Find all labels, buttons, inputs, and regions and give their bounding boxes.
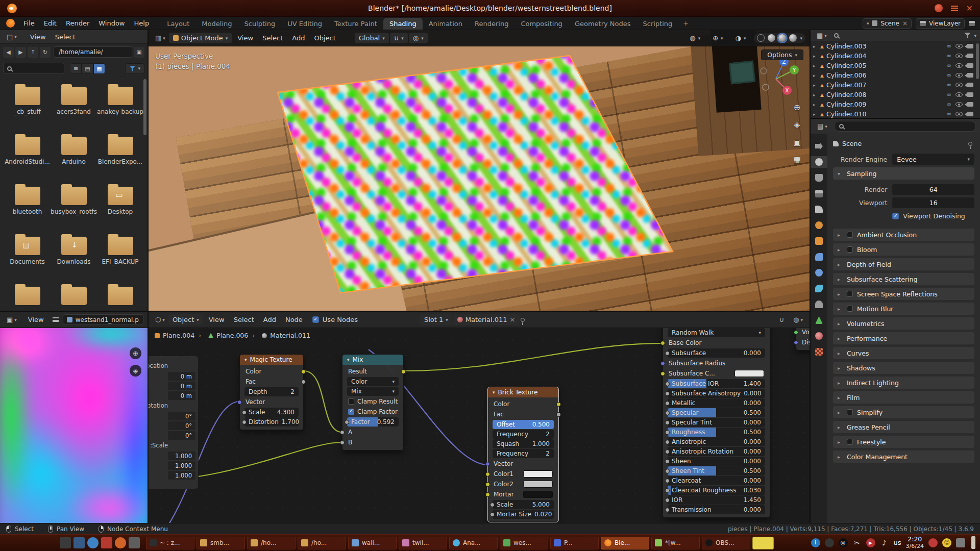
node-row[interactable]: Color	[347, 377, 399, 386]
editor-type-icon[interactable]: ▤▾	[815, 122, 830, 130]
node-row[interactable]: Color	[488, 399, 558, 409]
node-row[interactable]: Base Color	[663, 338, 770, 348]
transform-row[interactable]: Rotation:	[149, 400, 168, 411]
node-socket[interactable]	[665, 488, 670, 493]
viewport-canvas[interactable]	[149, 30, 810, 311]
file-browser-menu[interactable]: View	[26, 32, 51, 42]
image-view-menu[interactable]: View	[23, 315, 48, 324]
node-row[interactable]: Color2	[488, 479, 558, 489]
properties-tab[interactable]	[811, 314, 827, 326]
node-socket[interactable]	[490, 503, 495, 507]
properties-tab[interactable]	[811, 156, 827, 168]
overlays-toggle[interactable]: ◑▾	[731, 33, 750, 43]
wireframe-shading-button[interactable]	[757, 34, 765, 42]
expand-icon[interactable]: ▸	[813, 112, 818, 117]
brick-texture-node[interactable]: ▾Brick Texture Color Fac	[487, 387, 559, 522]
tray-icon[interactable]: ✂	[852, 538, 862, 547]
view-detail-button[interactable]: ▤	[82, 63, 93, 74]
topbar-menu[interactable]: Help	[130, 18, 154, 28]
color-swatch[interactable]	[523, 491, 553, 498]
object-name[interactable]: Cylinder.010	[826, 110, 866, 118]
node-socket[interactable]	[660, 361, 665, 366]
properties-section-header[interactable]: ▸ Indirect Lighting	[833, 377, 974, 389]
expand-icon[interactable]: ▸	[813, 63, 818, 68]
properties-section-header[interactable]: ▸ Ambient Occlusion	[833, 229, 974, 241]
node-row[interactable]: Mix	[347, 387, 399, 396]
properties-tab[interactable]	[811, 204, 827, 215]
hide-viewport-icon[interactable]	[955, 63, 963, 68]
taskbar-window-button[interactable]: *[w...	[651, 537, 700, 549]
node-socket[interactable]	[665, 391, 670, 396]
filter-toggle[interactable]: ▾	[125, 63, 144, 74]
expand-icon[interactable]: ▸	[813, 102, 818, 107]
node-socket[interactable]	[665, 411, 670, 415]
options-button[interactable]: Options▾	[761, 49, 803, 60]
properties-section-header[interactable]: ▸ Grease Pencil	[833, 421, 974, 433]
section-checkbox[interactable]	[847, 409, 853, 415]
node-row[interactable]: Sheen Tint 0.500	[668, 466, 765, 475]
node-row[interactable]: Transmission 0.000	[668, 505, 765, 514]
material-shading-button[interactable]	[778, 34, 786, 42]
node-socket[interactable]	[665, 449, 670, 454]
properties-tab[interactable]	[811, 219, 827, 231]
node-socket[interactable]	[665, 479, 670, 483]
image-pan-button[interactable]: ◈	[130, 365, 141, 377]
node-socket[interactable]	[490, 512, 495, 517]
node-socket[interactable]	[485, 462, 490, 466]
node-row[interactable]: Fac	[240, 377, 303, 387]
properties-section-header[interactable]: ▸ Color Management	[833, 450, 974, 463]
properties-tab[interactable]	[811, 172, 827, 184]
solid-shading-button[interactable]	[768, 34, 775, 42]
properties-tab[interactable]	[811, 188, 827, 199]
section-checkbox[interactable]	[847, 439, 853, 445]
expand-icon[interactable]: ▸	[813, 54, 818, 59]
scene-selector[interactable]: ▾ Scene ×	[863, 18, 912, 29]
object-name[interactable]: Cylinder.004	[826, 52, 866, 60]
chevron-down-icon[interactable]: ▾	[974, 33, 976, 38]
node-row[interactable]: Subsurface IOR 1.400	[668, 379, 765, 388]
window-minimize-button[interactable]	[935, 4, 943, 12]
node-row[interactable]: Metallic 0.000	[668, 398, 765, 408]
node-socket[interactable]	[665, 420, 670, 425]
outliner-object-row[interactable]: ▸ ▲ Cylinder.003 ∞	[811, 41, 980, 51]
proportional-edit-toggle[interactable]: ◎▾	[409, 33, 428, 43]
tray-icon[interactable]: i	[811, 538, 820, 547]
node-row[interactable]: Color	[240, 366, 303, 377]
folder-item[interactable]: _cb_stuff	[4, 83, 51, 133]
folder-item[interactable]: acers3fand	[51, 83, 97, 133]
viewport-editor[interactable]: ▦▾ Object Mode▾ ViewSelectAddObject Glob…	[149, 30, 810, 311]
mix-node[interactable]: ▾Mix Result Color	[342, 354, 404, 450]
forward-button[interactable]: ▶	[15, 47, 26, 58]
tray-icon[interactable]	[928, 538, 938, 547]
properties-tab[interactable]	[811, 283, 827, 294]
properties-section-header[interactable]: ▸ Shadows	[833, 362, 974, 374]
folder-item[interactable]: anakey-backup	[97, 83, 143, 133]
taskbar-window-button[interactable]	[752, 537, 774, 549]
show-desktop-button[interactable]	[971, 536, 975, 549]
workspace-tab[interactable]: Shading	[383, 18, 423, 30]
launcher-icon[interactable]	[74, 537, 85, 548]
node-socket[interactable]	[794, 330, 798, 335]
image-zoom-button[interactable]: ⊕	[130, 347, 141, 359]
taskbar-window-button[interactable]: /ho...	[298, 537, 346, 549]
properties-section-header[interactable]: ▸ Depth of Field	[833, 258, 974, 270]
topbar-menu[interactable]: Window	[94, 18, 129, 28]
hide-render-icon[interactable]	[967, 92, 973, 97]
node-socket[interactable]	[665, 508, 670, 512]
properties-section-header[interactable]: ▸ Freestyle	[833, 436, 974, 448]
node-socket[interactable]	[401, 369, 406, 374]
editor-type-icon[interactable]: ▤▾	[814, 32, 829, 39]
taskbar-window-button[interactable]: Ana...	[449, 537, 498, 549]
folder-item[interactable]: busybox_rootfs	[51, 183, 97, 233]
transform-row[interactable]: 0°	[168, 431, 195, 440]
topbar-menu[interactable]: Edit	[39, 18, 61, 28]
properties-section-header[interactable]: ▸ Screen Space Reflections	[833, 288, 974, 300]
link-icon[interactable]: ∞	[947, 62, 951, 69]
workspace-tab[interactable]: Scripting	[637, 18, 679, 30]
node-socket[interactable]	[660, 371, 665, 376]
link-icon[interactable]: ∞	[947, 53, 951, 59]
shader-editor-menu[interactable]: View	[204, 315, 229, 324]
node-socket[interactable]	[237, 400, 242, 405]
folder-item[interactable]: bluetooth	[4, 183, 51, 233]
gizmos-toggle[interactable]: ⊕▾	[708, 33, 727, 43]
